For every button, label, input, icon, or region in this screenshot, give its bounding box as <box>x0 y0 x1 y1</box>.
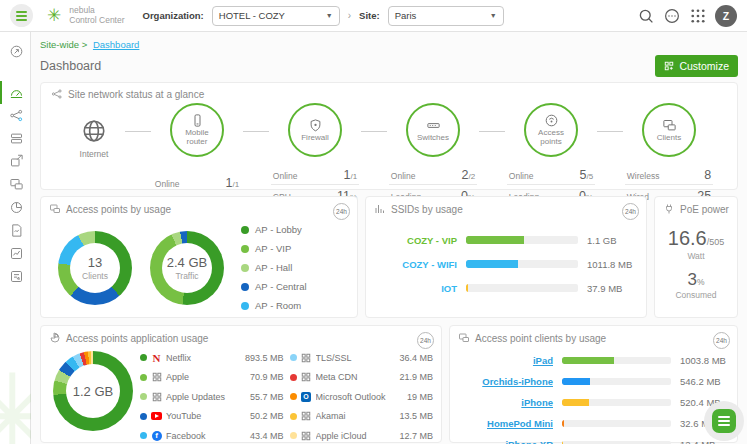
application-donut-chart: 1.2 GB <box>53 351 133 431</box>
sidebar-item-logs[interactable] <box>0 265 30 288</box>
chat-widget-button[interactable] <box>704 401 744 441</box>
customize-grid-icon <box>664 61 674 71</box>
breadcrumb-current-link[interactable]: Dashboard <box>93 39 139 50</box>
site-select[interactable]: Paris▼ <box>388 6 504 26</box>
app-legend-col1: NNetflix893.5 MB Apple70.9 MB Apple Upda… <box>140 348 284 444</box>
card-title: PoE power <box>680 204 729 215</box>
breadcrumb: Site-wide > Dashboard <box>40 39 738 50</box>
generic-app-icon <box>151 391 162 402</box>
client-link[interactable]: iPad <box>533 355 553 366</box>
firewall-shield-icon <box>308 118 323 133</box>
legend-item: AP - Central <box>241 277 307 296</box>
client-link[interactable]: iPhone <box>521 397 553 408</box>
poe-power-card: PoE power 16.6/505 Watt 3% Consumed <box>654 196 738 318</box>
usage-bar <box>562 378 671 385</box>
ssid-name: COZY - WIFI <box>374 259 466 270</box>
access-points-by-usage-card: Access points by usage 24h 13Clients 2.4… <box>40 196 358 318</box>
generic-app-icon <box>301 411 312 422</box>
client-link[interactable]: iPhone XR <box>505 439 553 444</box>
app-row: fFacebook43.4 MB <box>140 426 284 444</box>
sidebar-item-clients[interactable] <box>0 173 30 196</box>
sidebar-item-dashboard[interactable] <box>0 81 30 104</box>
app-row: OMicrosoft Outlook19 MB <box>290 387 434 407</box>
node-switches[interactable]: Switches Online2/2 Loading0% <box>387 103 479 205</box>
bar-chart-icon <box>374 203 386 215</box>
poe-value: 16.6 <box>668 227 707 249</box>
help-menu-icon[interactable] <box>663 7 681 25</box>
client-row: Orchids-iPhone 546.2 MB <box>458 371 729 392</box>
sidebar-item-usage[interactable] <box>0 196 30 219</box>
breadcrumb-parent[interactable]: Site-wide > <box>40 39 87 50</box>
org-site-separator: › <box>348 10 351 21</box>
card-title: Access point clients by usage <box>475 333 606 344</box>
poe-plug-icon <box>663 203 675 215</box>
client-row: iPhone 520.4 MB <box>458 392 729 413</box>
access-point-icon <box>544 113 559 128</box>
user-avatar[interactable]: Z <box>715 5 737 27</box>
sidebar-item-devices[interactable] <box>0 127 30 150</box>
outlook-logo-icon: O <box>301 391 312 402</box>
connector-line <box>597 131 623 132</box>
legend-item: AP - VIP <box>241 239 307 258</box>
chevron-down-icon: ▼ <box>326 12 333 19</box>
clients-devices-icon <box>458 332 470 344</box>
sidebar-item-map-pin[interactable] <box>0 40 30 63</box>
ssid-name: IOT <box>374 283 466 294</box>
sidebar-item-firmware[interactable] <box>0 150 30 173</box>
chevron-down-icon: ▼ <box>490 12 497 19</box>
traffic-donut-chart: 2.4 GBTraffic <box>150 231 224 305</box>
main-content: Site-wide > Dashboard Dashboard Customiz… <box>31 32 747 444</box>
time-range-badge[interactable]: 24h <box>713 332 730 349</box>
card-title: Access points application usage <box>66 333 208 344</box>
nebula-logo-icon: ✳ <box>47 7 61 24</box>
node-mobile-router[interactable]: Mobile router Online1/1 <box>151 103 243 192</box>
sidebar-item-topology[interactable] <box>0 104 30 127</box>
app-legend-col2: TLS/SSL36.4 MB Meta CDN21.9 MB OMicrosof… <box>290 348 434 444</box>
youtube-logo-icon <box>151 411 162 422</box>
app-row: Meta CDN21.9 MB <box>290 368 434 388</box>
ssid-row: IOT 37.9 MB <box>374 276 638 300</box>
app-row: Apple iCloud12.7 MB <box>290 426 434 444</box>
ssid-row: COZY - WIFI 1011.8 MB <box>374 252 638 276</box>
status-section-title: Site network status at a glance <box>68 89 204 100</box>
hamburger-menu-button[interactable] <box>10 4 33 27</box>
usage-bar <box>466 236 578 244</box>
customize-button[interactable]: Customize <box>655 55 738 77</box>
usage-bar <box>466 284 578 292</box>
connector-line <box>243 131 269 132</box>
poe-consumed-pct: 3 <box>687 270 696 289</box>
application-usage-card: Access points application usage 24h 1.2 … <box>40 325 442 443</box>
search-icon[interactable] <box>637 7 655 25</box>
ssid-name: COZY - VIP <box>374 235 466 246</box>
usage-bar <box>562 399 671 406</box>
topology-icon <box>51 88 63 100</box>
app-row: Apple70.9 MB <box>140 368 284 388</box>
organization-label: Organization: <box>143 10 204 21</box>
chat-icon <box>712 409 736 433</box>
sidebar-item-analytics[interactable] <box>0 242 30 265</box>
client-row: HomePod Mini 32.6 MB <box>458 413 729 434</box>
time-range-badge[interactable]: 24h <box>333 203 350 220</box>
usage-bar <box>466 260 578 268</box>
connector-line <box>479 131 505 132</box>
client-link[interactable]: HomePod Mini <box>487 418 553 429</box>
generic-app-icon <box>301 430 312 441</box>
app-row: YouTube50.2 MB <box>140 407 284 427</box>
node-firewall[interactable]: Firewall Online1/1 CPU11% <box>269 103 361 205</box>
left-sidebar <box>0 32 31 444</box>
switch-icon <box>426 118 441 133</box>
devices-icon <box>49 203 61 215</box>
time-range-badge[interactable]: 24h <box>417 332 434 349</box>
app-row: TLS/SSL36.4 MB <box>290 348 434 368</box>
apps-grid-icon[interactable] <box>689 7 707 25</box>
organization-select[interactable]: HOTEL - COZY▼ <box>212 6 340 26</box>
legend-item: AP - Room <box>241 296 307 315</box>
node-clients[interactable]: Clients Wireless8 Wired25 <box>623 103 715 205</box>
sidebar-item-reports[interactable] <box>0 219 30 242</box>
time-range-badge[interactable]: 24h <box>622 203 639 220</box>
network-status-card: Site network status at a glance Internet… <box>40 82 738 190</box>
node-access-points[interactable]: Access points Online5/5 Loading0% <box>505 103 597 205</box>
pie-chart-icon <box>49 332 61 344</box>
app-row: NNetflix893.5 MB <box>140 348 284 368</box>
client-link[interactable]: Orchids-iPhone <box>482 376 553 387</box>
